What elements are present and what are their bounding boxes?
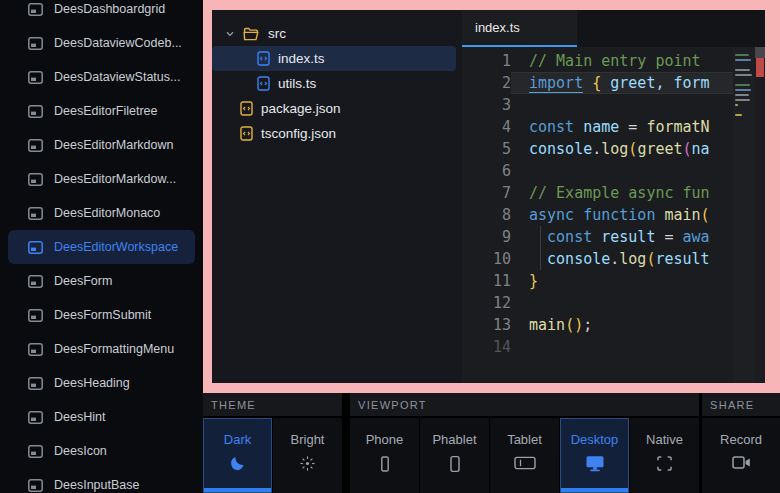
desktop-icon	[585, 455, 605, 472]
phone-button[interactable]: Phone	[350, 418, 419, 493]
bottom-toolbar: THEMEDarkBrightVIEWPORTPhonePhabletTable…	[203, 393, 780, 493]
code-token: // Example async fun	[529, 184, 710, 202]
sidebar-item-label: DeesFormattingMenu	[54, 342, 174, 356]
editor-workspace-demo: srcindex.tsutils.tspackage.jsontsconfig.…	[212, 10, 765, 383]
code-token: greet, form	[601, 74, 709, 92]
code-line: console.log(result	[529, 248, 733, 270]
code-token: =	[664, 228, 682, 246]
code-area[interactable]: 1234567891011121314 // Main entry pointi…	[462, 47, 765, 383]
phablet-button[interactable]: Phablet	[420, 418, 489, 493]
file-code-icon	[257, 51, 270, 66]
toolbar-section-theme: THEMEDarkBright	[203, 393, 342, 493]
component-icon	[28, 343, 43, 356]
line-number: 6	[462, 160, 511, 182]
minimap-line	[735, 69, 750, 71]
sidebar-item-deeseditormarkdow[interactable]: DeesEditorMarkdow...	[8, 162, 195, 196]
file-code-icon	[257, 76, 270, 91]
sidebar-item-deesform[interactable]: DeesForm	[8, 264, 195, 298]
code-line: // Example async fun	[529, 182, 733, 204]
sidebar-item-deesdataviewcodeb[interactable]: DeesDataviewCodeb...	[8, 26, 195, 60]
sidebar-item-deesinputbase[interactable]: DeesInputBase	[8, 468, 195, 493]
component-icon	[28, 3, 43, 16]
minimap-line	[735, 114, 742, 116]
sidebar-item-deesicon[interactable]: DeesIcon	[8, 434, 195, 468]
toolbar-button-label: Phablet	[432, 432, 476, 447]
code-line: const name = formatN	[529, 116, 733, 138]
line-number: 7	[462, 182, 511, 204]
minimap-line	[735, 74, 752, 76]
record-button[interactable]: Record	[702, 418, 780, 493]
minimap[interactable]	[733, 47, 755, 383]
code-token: (	[683, 140, 692, 158]
component-icon	[28, 207, 43, 220]
overview-ruler[interactable]	[755, 47, 765, 383]
sidebar-item-deesdashboardgrid[interactable]: DeesDashboardgrid	[8, 0, 195, 26]
component-icon	[28, 411, 43, 424]
bright-button[interactable]: Bright	[273, 418, 342, 493]
line-number-gutter: 1234567891011121314	[462, 47, 511, 383]
minimap-line	[735, 79, 753, 81]
code-token: log	[601, 140, 628, 158]
code-lines: // Main entry pointimport { greet, formc…	[511, 47, 733, 383]
code-token	[583, 74, 592, 92]
tree-item-index-ts[interactable]: index.ts	[212, 46, 456, 71]
native-icon	[656, 455, 673, 472]
code-token: console	[547, 250, 610, 268]
line-number: 10	[462, 248, 511, 270]
dark-button[interactable]: Dark	[203, 418, 272, 493]
chevron-down-icon[interactable]	[225, 29, 235, 39]
line-number: 9	[462, 226, 511, 248]
sidebar-item-deesdataviewstatus[interactable]: DeesDataviewStatus...	[8, 60, 195, 94]
sidebar-item-deeshint[interactable]: DeesHint	[8, 400, 195, 434]
code-token: async function	[529, 206, 664, 224]
sidebar-item-deeseditormarkdown[interactable]: DeesEditorMarkdown	[8, 128, 195, 162]
code-token: const	[529, 118, 574, 136]
minimap-line	[735, 59, 751, 61]
sidebar-item-deeseditorworkspace[interactable]: DeesEditorWorkspace	[8, 230, 195, 264]
minimap-line	[735, 64, 753, 66]
sidebar-item-deeseditormonaco[interactable]: DeesEditorMonaco	[8, 196, 195, 230]
editor-tab-indexts[interactable]: index.ts	[462, 10, 577, 47]
sidebar-item-deesheading[interactable]: DeesHeading	[8, 366, 195, 400]
record-icon	[732, 455, 751, 470]
tree-item-src[interactable]: src	[212, 21, 456, 46]
indent-guide	[540, 248, 541, 270]
code-line: import { greet, form	[511, 72, 733, 94]
sidebar-item-deeseditorfiletree[interactable]: DeesEditorFiletree	[8, 94, 195, 128]
editor-tab-bar: index.ts	[462, 10, 765, 47]
sidebar-item-deesformsubmit[interactable]: DeesFormSubmit	[8, 298, 195, 332]
toolbar-button-label: Phone	[366, 432, 404, 447]
tablet-button[interactable]: Tablet	[490, 418, 559, 493]
minimap-line	[735, 94, 749, 96]
scrollbar-thumb[interactable]	[755, 47, 765, 58]
code-line	[529, 94, 733, 116]
sidebar-item-label: DeesEditorMarkdow...	[54, 172, 176, 186]
component-icon	[28, 445, 43, 458]
code-token: awa	[683, 228, 710, 246]
line-number: 13	[462, 314, 511, 336]
toolbar-button-label: Dark	[224, 432, 251, 447]
tree-item-utils-ts[interactable]: utils.ts	[212, 71, 456, 96]
code-token	[529, 250, 547, 268]
sidebar-item-label: DeesDataviewCodeb...	[54, 36, 182, 50]
code-line	[529, 336, 733, 358]
code-token: main	[529, 316, 565, 334]
tree-item-label: src	[268, 26, 286, 41]
code-token: greet	[637, 140, 682, 158]
tree-item-label: index.ts	[278, 51, 325, 66]
code-line: async function main(	[529, 204, 733, 226]
toolbar-section-share: SHARERecord	[702, 393, 780, 493]
toolbar-button-label: Bright	[291, 432, 325, 447]
tree-item-tsconfig-json[interactable]: tsconfig.json	[212, 121, 456, 146]
native-button[interactable]: Native	[630, 418, 699, 493]
minimap-line	[735, 109, 753, 111]
line-number: 8	[462, 204, 511, 226]
tree-item-label: tsconfig.json	[261, 126, 336, 141]
sidebar-item-label: DeesEditorWorkspace	[54, 240, 178, 254]
minimap-line	[735, 104, 738, 106]
tree-item-package-json[interactable]: package.json	[212, 96, 456, 121]
desktop-button[interactable]: Desktop	[560, 418, 629, 493]
sidebar-item-label: DeesEditorMarkdown	[54, 138, 174, 152]
minimap-line	[735, 89, 751, 91]
sidebar-item-deesformattingmenu[interactable]: DeesFormattingMenu	[8, 332, 195, 366]
